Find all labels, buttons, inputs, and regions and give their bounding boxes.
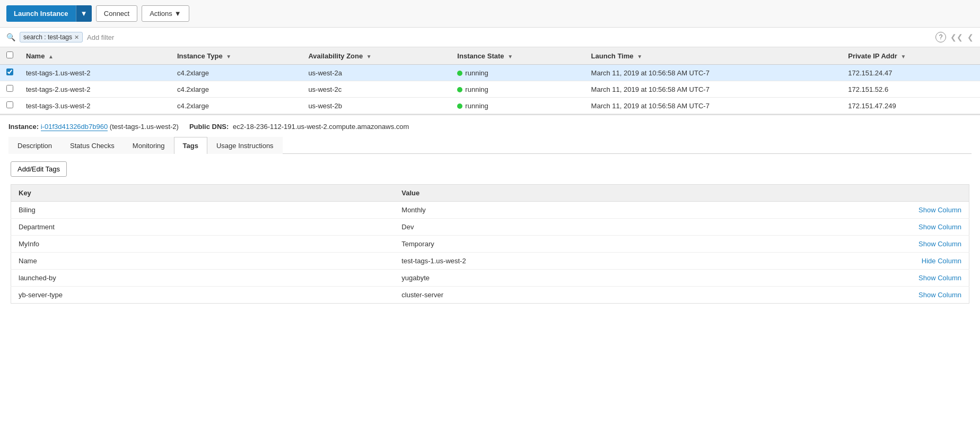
show-column-link[interactable]: Show Column (918, 206, 961, 214)
instance-name: (test-tags-1.us-west-2) (110, 123, 179, 131)
row-state: running (451, 98, 584, 114)
detail-tabs: DescriptionStatus ChecksMonitoringTagsUs… (8, 137, 972, 154)
actions-button[interactable]: Actions ▼ (142, 5, 189, 22)
row-state: running (451, 81, 584, 98)
row-state: running (451, 65, 584, 81)
tags-col-action (825, 185, 969, 202)
actions-label: Actions (150, 10, 172, 18)
col-availability-zone[interactable]: Availability Zone ▼ (302, 47, 451, 65)
show-column-link[interactable]: Show Column (918, 274, 961, 282)
launch-time-sort-icon: ▼ (637, 54, 642, 59)
tags-col-value: Value (394, 185, 825, 202)
public-dns-value: ec2-18-236-112-191.us-west-2.compute.ama… (233, 123, 409, 131)
tab-usage-instructions[interactable]: Usage Instructions (207, 137, 283, 154)
instances-table: Name ▲ Instance Type ▼ Availability Zone… (0, 47, 980, 114)
connect-button[interactable]: Connect (96, 5, 137, 22)
tab-monitoring[interactable]: Monitoring (124, 137, 174, 154)
tag-action-cell[interactable]: Show Column (825, 202, 969, 219)
tag-key: Biling (11, 202, 395, 219)
public-dns-label: Public DNS: ec2-18-236-112-191.us-west-2… (189, 123, 409, 131)
nav-first-icon[interactable]: ❮❮ (950, 33, 963, 41)
tag-value: yugabyte (394, 270, 825, 287)
table-row[interactable]: test-tags-1.us-west-2 c4.2xlarge us-west… (0, 65, 980, 81)
tag-row: Biling Monthly Show Column (11, 202, 969, 219)
hide-column-link[interactable]: Hide Column (922, 257, 961, 265)
tag-key: Name (11, 253, 395, 270)
row-checkbox-cell[interactable] (0, 81, 20, 98)
tag-row: launched-by yugabyte Show Column (11, 270, 969, 287)
row-private-ip: 172.151.52.6 (842, 81, 980, 98)
tag-value: cluster-server (394, 287, 825, 304)
tag-row: Name test-tags-1.us-west-2 Hide Column (11, 253, 969, 270)
select-all-checkbox-header[interactable] (0, 47, 20, 65)
instance-id-link[interactable]: i-01f3d41326db7b960 (41, 123, 108, 131)
tags-header-row: Key Value (11, 185, 969, 202)
row-checkbox-cell[interactable] (0, 65, 20, 81)
az-sort-icon: ▼ (366, 54, 372, 59)
col-private-ip[interactable]: Private IP Addr ▼ (842, 47, 980, 65)
search-icon: 🔍 (6, 33, 15, 41)
col-name[interactable]: Name ▲ (20, 47, 171, 65)
col-launch-time[interactable]: Launch Time ▼ (585, 47, 842, 65)
row-launch-time: March 11, 2019 at 10:56:58 AM UTC-7 (585, 81, 842, 98)
row-private-ip: 172.151.24.47 (842, 65, 980, 81)
tag-value: Dev (394, 219, 825, 236)
tag-key: yb-server-type (11, 287, 395, 304)
tab-description[interactable]: Description (8, 137, 61, 154)
row-name: test-tags-2.us-west-2 (20, 81, 171, 98)
tab-status-checks[interactable]: Status Checks (61, 137, 124, 154)
status-dot (457, 104, 462, 109)
private-ip-sort-icon: ▼ (900, 54, 906, 59)
tab-tags[interactable]: Tags (174, 137, 207, 154)
col-instance-state[interactable]: Instance State ▼ (451, 47, 584, 65)
add-filter-button[interactable]: Add filter (87, 33, 114, 41)
search-bar: 🔍 search : test-tags ✕ Add filter ? ❮❮ ❮ (0, 28, 980, 47)
tag-key: Department (11, 219, 395, 236)
tags-table: Key Value Biling Monthly Show Column Dep… (11, 184, 969, 304)
row-checkbox[interactable] (6, 101, 13, 108)
row-instance-type: c4.2xlarge (171, 98, 302, 114)
tag-key: launched-by (11, 270, 395, 287)
table-row[interactable]: test-tags-3.us-west-2 c4.2xlarge us-west… (0, 98, 980, 114)
tag-value: test-tags-1.us-west-2 (394, 253, 825, 270)
tag-key: MyInfo (11, 236, 395, 253)
tag-action-cell[interactable]: Show Column (825, 236, 969, 253)
search-controls: ? ❮❮ ❮ (935, 32, 974, 42)
state-sort-icon: ▼ (508, 54, 513, 59)
tag-action-cell[interactable]: Show Column (825, 219, 969, 236)
tag-action-cell[interactable]: Show Column (825, 270, 969, 287)
tag-action-cell[interactable]: Hide Column (825, 253, 969, 270)
add-edit-tags-button[interactable]: Add/Edit Tags (11, 161, 67, 177)
launch-instance-button[interactable]: Launch Instance ▼ (6, 5, 92, 22)
select-all-checkbox[interactable] (6, 51, 13, 58)
tags-col-key: Key (11, 185, 395, 202)
help-icon[interactable]: ? (935, 32, 946, 42)
show-column-link[interactable]: Show Column (918, 240, 961, 248)
status-dot (457, 71, 462, 76)
search-tag[interactable]: search : test-tags ✕ (20, 32, 83, 42)
name-sort-icon: ▲ (48, 54, 54, 59)
row-az: us-west-2a (302, 65, 451, 81)
search-tag-close[interactable]: ✕ (74, 34, 79, 41)
tags-panel: Add/Edit Tags Key Value Biling Monthly S… (8, 161, 972, 312)
toolbar: Launch Instance ▼ Connect Actions ▼ (0, 0, 980, 28)
tag-action-cell[interactable]: Show Column (825, 287, 969, 304)
nav-prev-icon[interactable]: ❮ (967, 33, 974, 41)
row-private-ip: 172.151.47.249 (842, 98, 980, 114)
show-column-link[interactable]: Show Column (918, 291, 961, 299)
col-instance-type[interactable]: Instance Type ▼ (171, 47, 302, 65)
table-row[interactable]: test-tags-2.us-west-2 c4.2xlarge us-west… (0, 81, 980, 98)
row-checkbox[interactable] (6, 85, 13, 92)
row-checkbox-cell[interactable] (0, 98, 20, 114)
show-column-link[interactable]: Show Column (918, 223, 961, 231)
instance-label: Instance: i-01f3d41326db7b960 (test-tags… (8, 123, 179, 131)
tag-row: MyInfo Temporary Show Column (11, 236, 969, 253)
connect-label: Connect (104, 10, 129, 18)
launch-instance-dropdown[interactable]: ▼ (76, 5, 92, 22)
row-launch-time: March 11, 2019 at 10:56:58 AM UTC-7 (585, 65, 842, 81)
detail-panel: Instance: i-01f3d41326db7b960 (test-tags… (0, 114, 980, 312)
tag-row: Department Dev Show Column (11, 219, 969, 236)
row-checkbox[interactable] (6, 68, 13, 75)
launch-instance-main[interactable]: Launch Instance (6, 5, 76, 22)
tag-value: Monthly (394, 202, 825, 219)
